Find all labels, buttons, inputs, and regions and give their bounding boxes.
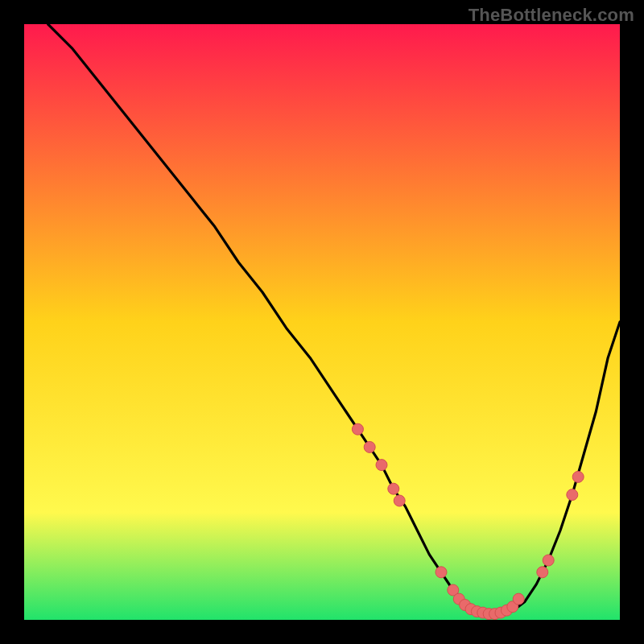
curve-marker bbox=[436, 567, 447, 578]
curve-marker bbox=[572, 471, 584, 482]
curve-marker bbox=[388, 483, 399, 494]
curve-marker bbox=[543, 555, 554, 566]
chart-stage: TheBottleneck.com bbox=[0, 0, 644, 644]
curve-marker bbox=[537, 567, 548, 578]
curve-marker bbox=[364, 441, 375, 452]
bottleneck-chart bbox=[24, 24, 620, 620]
curve-marker bbox=[352, 423, 363, 435]
curve-marker bbox=[513, 593, 524, 605]
curve-marker bbox=[376, 460, 387, 471]
plot-background bbox=[24, 24, 620, 620]
curve-marker bbox=[394, 495, 405, 506]
watermark-text: TheBottleneck.com bbox=[469, 5, 634, 26]
curve-marker bbox=[567, 489, 578, 501]
